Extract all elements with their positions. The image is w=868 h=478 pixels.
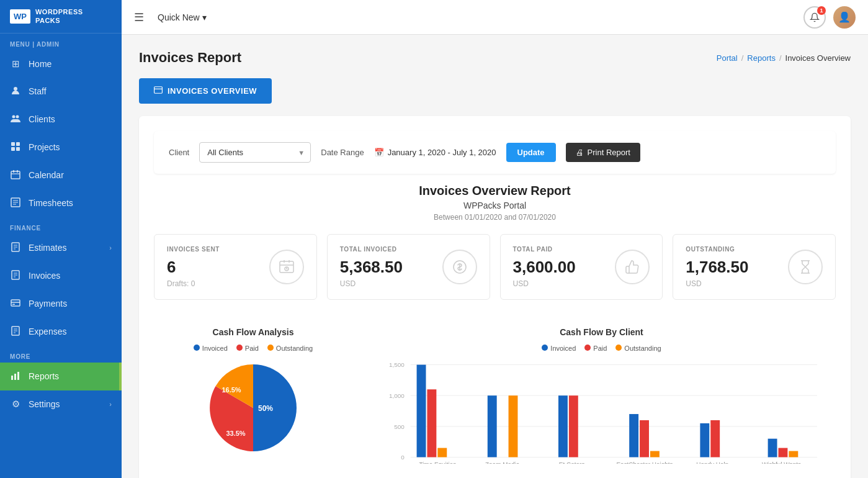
stat-value: 6 (167, 258, 220, 277)
quick-new-button[interactable]: Quick New ▾ (151, 9, 213, 26)
stat-total-invoiced: TOTAL INVOICED 5,368.50 USD (327, 234, 490, 300)
projects-icon (10, 142, 21, 153)
sidebar-item-label: Home (29, 59, 51, 69)
sidebar-item-calendar[interactable]: Calendar (0, 161, 122, 189)
stat-label: TOTAL PAID (513, 246, 576, 253)
sidebar-item-label: Clients (29, 114, 55, 124)
svg-rect-17 (154, 87, 163, 94)
logo-box: WP (10, 9, 30, 24)
pie-chart-svg: 50% 33.5% 16.5% (191, 358, 315, 458)
page-title: Invoices Report (139, 50, 241, 66)
bar (779, 448, 788, 458)
stat-value: 1,768.50 (686, 258, 748, 277)
bar-label: Handy Help (696, 461, 728, 464)
bar-chart-legend: Invoiced Paid Outstanding (380, 345, 823, 352)
stat-icon-hourglass (788, 250, 823, 284)
logo-text: WORDPRESSPACKS (35, 7, 83, 25)
sidebar-item-label: Invoices (29, 271, 60, 281)
sidebar-item-clients[interactable]: Clients (0, 106, 122, 133)
svg-rect-7 (11, 171, 20, 179)
bar (427, 389, 436, 457)
breadcrumb-reports[interactable]: Reports (747, 53, 776, 63)
sidebar-item-staff[interactable]: Staff (0, 78, 122, 106)
svg-rect-4 (16, 142, 20, 146)
home-icon: ⊞ (10, 58, 21, 70)
sidebar-item-label: Staff (29, 86, 47, 96)
bar-label: Et Cetera (559, 461, 585, 464)
sidebar-item-label: Projects (29, 142, 60, 152)
date-range-value: 📅 January 1, 2020 - July 1, 2020 (374, 148, 496, 157)
bar-legend-invoiced: Invoiced (542, 345, 576, 352)
sidebar-item-settings[interactable]: ⚙ Settings › (0, 390, 122, 418)
sidebar-item-estimates[interactable]: Estimates › (0, 234, 122, 262)
stat-sub: USD (513, 279, 576, 288)
invoices-icon (10, 270, 21, 282)
sidebar-item-timesheets[interactable]: Timesheets (0, 189, 122, 217)
invoices-overview-tab[interactable]: INVOICES OVERVIEW (139, 78, 272, 104)
bar (768, 439, 777, 458)
staff-icon (10, 86, 21, 97)
svg-rect-3 (11, 142, 15, 146)
client-select[interactable]: All Clients (199, 142, 311, 163)
update-button[interactable]: Update (506, 143, 556, 162)
sidebar-item-invoices[interactable]: Invoices (0, 262, 122, 290)
estimates-icon (10, 242, 21, 254)
bar (509, 395, 518, 457)
print-button[interactable]: 🖨 Print Report (566, 143, 640, 162)
clients-icon (10, 114, 21, 125)
bar (437, 448, 447, 458)
bar-label: Time Equities (419, 461, 456, 464)
stat-icon-invoices (269, 250, 304, 284)
svg-point-2 (16, 115, 19, 118)
sidebar-item-payments[interactable]: Payments (0, 290, 122, 318)
bar (488, 395, 497, 457)
sidebar-item-reports[interactable]: Reports (0, 363, 122, 390)
stat-label: INVOICES SENT (167, 246, 220, 253)
settings-icon: ⚙ (10, 399, 21, 410)
stat-sub: Drafts: 0 (167, 279, 220, 288)
quick-new-label: Quick New (158, 12, 200, 22)
bar (569, 395, 578, 457)
more-label: MORE (0, 346, 122, 363)
notification-bell[interactable]: 1 (803, 6, 826, 29)
bar-chart-svg: 0 500 1,000 1,500 Time Equities (380, 358, 823, 464)
stat-outstanding: OUTSTANDING 1,768.50 USD (673, 234, 836, 300)
report-date-range: Between 01/01/2020 and 07/01/2020 (154, 213, 836, 222)
bar-label: EastChester Heights (617, 461, 673, 464)
legend-outstanding: Outstanding (267, 345, 313, 352)
svg-rect-5 (11, 147, 15, 151)
page-content: Invoices Report Portal / Reports / Invoi… (122, 35, 868, 478)
sidebar-item-home[interactable]: ⊞ Home (0, 50, 122, 78)
stats-row: INVOICES SENT 6 Drafts: 0 TOTAL INVOICED… (154, 234, 836, 300)
breadcrumb: Portal / Reports / Invoices Overview (717, 53, 851, 63)
pie-chart-container: 50% 33.5% 16.5% (166, 358, 340, 458)
bar (558, 395, 568, 457)
svg-text:1,500: 1,500 (389, 361, 405, 368)
report-box: Client All Clients ▼ Date Range 📅 Januar… (139, 116, 851, 478)
stat-icon-thumbsup (615, 250, 650, 284)
calendar-icon (10, 169, 21, 181)
user-avatar[interactable]: 👤 (833, 6, 856, 29)
page-header: Invoices Report Portal / Reports / Invoi… (139, 50, 851, 66)
pie-label-16: 16.5% (221, 386, 241, 394)
svg-rect-6 (16, 147, 20, 151)
settings-arrow: › (109, 400, 112, 408)
bar-label: Wishful Wants (762, 461, 801, 464)
menu-label: MENU | ADMIN (0, 34, 122, 50)
menu-toggle-icon[interactable]: ☰ (134, 11, 144, 24)
sidebar-item-projects[interactable]: Projects (0, 133, 122, 161)
sidebar-item-expenses[interactable]: Expenses (0, 318, 122, 346)
print-icon: 🖨 (576, 148, 584, 157)
stat-sub: USD (686, 279, 748, 288)
bar (789, 451, 798, 458)
bar-chart-container: 0 500 1,000 1,500 Time Equities (380, 358, 823, 464)
tab-label: INVOICES OVERVIEW (168, 86, 257, 96)
timesheets-icon (10, 197, 21, 209)
sidebar-item-label: Payments (29, 299, 67, 309)
charts-row: Cash Flow Analysis Invoiced Paid Outstan… (154, 315, 836, 476)
stat-icon-dollar (442, 250, 477, 284)
breadcrumb-portal[interactable]: Portal (717, 53, 738, 63)
svg-rect-14 (11, 376, 13, 380)
bar-chart-title: Cash Flow By Client (380, 327, 823, 337)
svg-text:500: 500 (394, 423, 405, 430)
